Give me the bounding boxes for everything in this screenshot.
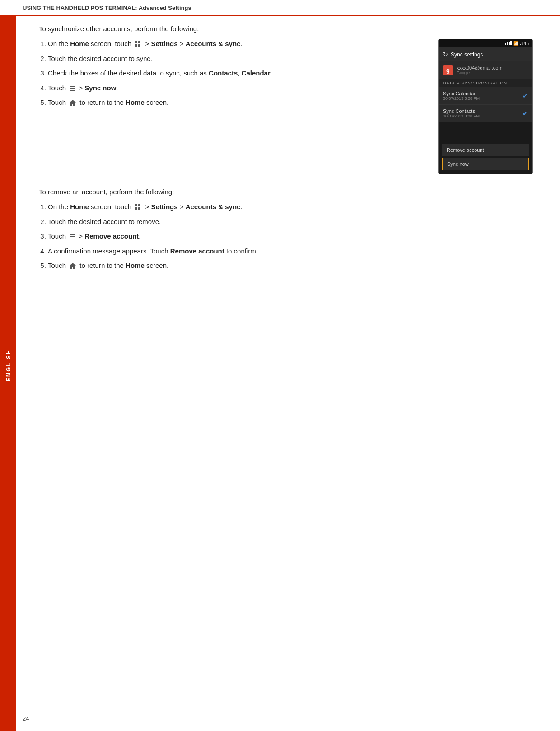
svg-rect-0 (135, 41, 137, 43)
svg-rect-8 (138, 204, 140, 206)
sync-contacts-check: ✔ (523, 110, 528, 117)
step-1-5: Touch to return to the Home screen. (48, 98, 425, 108)
home-icon-2 (69, 262, 77, 270)
menu-icon-2 (69, 233, 76, 240)
phone-bottom-buttons: Remove account Sync now (439, 141, 532, 174)
page-number: 24 (23, 715, 29, 722)
home-icon-1 (69, 99, 77, 107)
header-title: USING THE HANDHELD POS TERMINAL: Advance… (23, 5, 191, 11)
svg-rect-13 (70, 239, 75, 239)
step-2-3: Touch > Remove account. (48, 231, 533, 242)
step-1-1: On the Home screen, touch > Settings > A… (48, 39, 425, 49)
status-time: 3:45 (520, 41, 529, 46)
svg-rect-9 (135, 207, 137, 210)
step-1-3: Check the boxes of the desired data to s… (48, 68, 425, 79)
sync-contacts-time: 30/07/2013 3:28 PM (443, 114, 480, 118)
step-1-2: Touch the desired account to sync. (48, 54, 425, 64)
svg-rect-5 (70, 88, 75, 89)
sidebar: ENGLISH (0, 0, 16, 731)
step-1-4: Touch > Sync now. (48, 83, 425, 94)
section1-steps: On the Home screen, touch > Settings > A… (39, 39, 425, 112)
sync-calendar-row: Sync Calendar 30/07/2013 3:28 PM ✔ (439, 87, 532, 105)
sidebar-label: ENGLISH (5, 349, 12, 382)
svg-rect-10 (138, 207, 140, 210)
account-provider: Google (457, 70, 503, 75)
svg-rect-3 (138, 44, 140, 47)
phone-top-title: Sync settings (451, 52, 483, 58)
phone-top-bar: ↻ Sync settings (439, 47, 532, 61)
remove-account-button[interactable]: Remove account (442, 144, 529, 156)
svg-rect-11 (70, 234, 75, 235)
svg-rect-2 (135, 44, 137, 47)
phone-section-header: DATA & SYNCHRONISATION (439, 79, 532, 87)
main-content: To synchronize other accounts, perform t… (16, 16, 560, 294)
wifi-icon: 📶 (513, 41, 518, 46)
step-2-1: On the Home screen, touch > Settings > A… (48, 202, 533, 212)
sync-now-button[interactable]: Sync now (442, 158, 529, 170)
page-header: USING THE HANDHELD POS TERMINAL: Advance… (0, 0, 560, 16)
account-email: xxxx004@gmail.com (457, 65, 503, 70)
phone-spacer (439, 122, 532, 141)
phone-status-bar: 📶 3:45 (439, 39, 532, 47)
section2-steps: On the Home screen, touch > Settings > A… (39, 202, 533, 271)
sync-contacts-row: Sync Contacts 30/07/2013 3:28 PM ✔ (439, 105, 532, 122)
phone-account-row: g xxxx004@gmail.com Google (439, 61, 532, 79)
svg-rect-6 (70, 90, 75, 91)
svg-rect-4 (70, 86, 75, 87)
svg-rect-7 (135, 204, 137, 206)
section1-steps-layout: On the Home screen, touch > Settings > A… (39, 39, 533, 174)
grid-icon-2 (134, 203, 142, 211)
step-2-2: Touch the desired account to remove. (48, 217, 533, 227)
svg-rect-1 (138, 41, 140, 43)
google-icon: g (443, 65, 453, 75)
step-2-4: A confirmation message appears. Touch Re… (48, 246, 533, 257)
svg-rect-12 (70, 236, 75, 237)
sync-calendar-label: Sync Calendar (443, 91, 480, 96)
section2-intro: To remove an account, perform the follow… (39, 188, 533, 196)
section1-intro: To synchronize other accounts, perform t… (39, 25, 533, 33)
grid-icon (134, 40, 142, 48)
menu-icon-1 (69, 85, 76, 92)
step-2-5: Touch to return to the Home screen. (48, 261, 533, 271)
phone-screenshot: 📶 3:45 ↻ Sync settings g xxxx004@gmail.c… (438, 39, 533, 174)
sync-calendar-check: ✔ (523, 92, 528, 99)
sync-contacts-label: Sync Contacts (443, 108, 480, 114)
signal-icon (505, 41, 512, 46)
sync-settings-icon: ↻ (443, 51, 448, 58)
sync-calendar-time: 30/07/2013 3:28 PM (443, 96, 480, 101)
